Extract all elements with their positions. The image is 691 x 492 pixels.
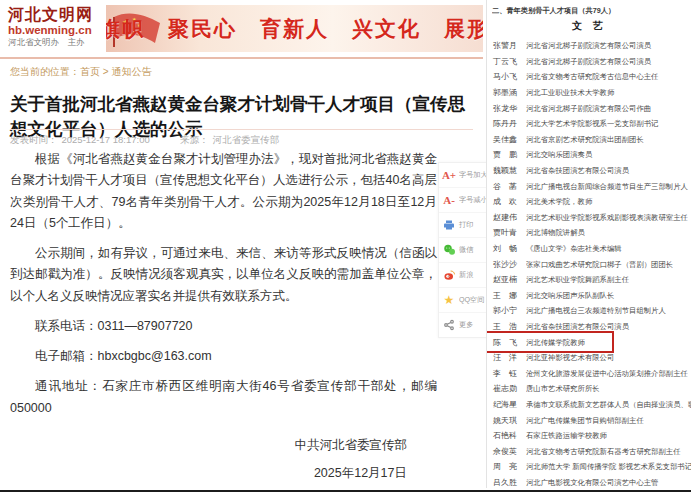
font-increase-button[interactable]: A+字号加大	[439, 163, 487, 188]
font-decrease-icon: A-	[442, 194, 456, 206]
list-item: 赵亚楠河北艺术职业学院舞蹈系副主任	[487, 272, 691, 288]
breadcrumb-home-link[interactable]: 首页	[80, 66, 100, 77]
person-org: 河北省河北梆子剧院演艺有限公司演员	[526, 41, 651, 51]
font-decrease-button[interactable]: A-字号减小	[439, 188, 487, 213]
list-item: 陈丹丹河北大学艺术学院影视系一党支部副书记	[487, 116, 691, 132]
banner-slogan-text: 举旗帜 聚民心 育新人 兴文化 展形象	[106, 15, 483, 43]
person-org: 河北工业职业技术大学教师	[526, 88, 614, 98]
breadcrumb-current-link[interactable]: 通知公告	[111, 66, 151, 77]
person-org: 张家口戏曲艺术研究院口梆子（晋剧）团团长	[526, 259, 673, 269]
person-org: 河北省杂技团演艺有限公司演员	[526, 165, 629, 175]
person-name: 马小飞	[493, 71, 526, 82]
list-item: 张警月河北省河北梆子剧院演艺有限公司演员	[487, 38, 691, 54]
person-name: 郭小宁	[493, 305, 526, 316]
roster-section-title: 二、青年类别骨干人才项目（共79人）	[492, 6, 672, 16]
list-item: 赵建伟河北艺术职业学院影视系戏剧影视表演教研室主任	[487, 210, 691, 226]
toolbar-item-label: 字号减小	[459, 195, 488, 205]
breadcrumb: 您当前的位置：首页 > 通知公告	[10, 65, 151, 79]
person-org: 石家庄铁路运输学校教师	[526, 431, 607, 441]
contact-email-line: 电子邮箱：hbxcbgbc@163.com	[10, 346, 437, 367]
person-name: 魏颖慧	[493, 165, 526, 176]
person-name: 李 钰	[493, 368, 526, 379]
weibo-button[interactable]: 新浪	[439, 263, 487, 288]
list-item: 丁云飞河北省河北梆子剧院演艺有限公司演员	[487, 54, 691, 70]
qzone-icon: ★	[442, 294, 456, 306]
list-item: 魏颖慧河北省杂技团演艺有限公司演员	[487, 163, 691, 179]
person-name: 佘俊英	[493, 446, 526, 457]
person-org: 河北博物院讲解员	[526, 228, 585, 238]
person-name: 王 浩	[493, 321, 526, 332]
list-item: 王 浩河北省杂技团演艺有限公司演员	[487, 319, 691, 335]
signature-date: 2025年12月17日	[10, 465, 437, 482]
print-button[interactable]: 打印	[439, 213, 487, 238]
person-org: 河北广电传媒集团节目购销部副主任	[526, 415, 644, 425]
person-name: 赵建伟	[493, 212, 526, 223]
breadcrumb-separator: >	[103, 66, 109, 77]
source-value: 河北省委宣传部	[213, 134, 280, 145]
person-org: 沧州文化旅游发展促进中心活动策划推介部副主任	[526, 368, 688, 378]
person-org: 河北美术学院，教师	[526, 197, 592, 207]
list-item: 贾 鹏河北交响乐团演奏员	[487, 147, 691, 163]
list-item: 周 亮河北师范大学 新闻传播学院 影视艺术系党支部书记	[487, 459, 691, 475]
person-name: 赵亚楠	[493, 274, 526, 285]
person-name: 汪 洋	[493, 352, 526, 363]
person-name: 郭墨涵	[493, 87, 526, 98]
person-org: 河北交响乐团演奏员	[526, 150, 592, 160]
publish-time-label: 发表时间：	[10, 134, 58, 145]
site-logo-subtitle: 河北省文明办 主办	[8, 38, 104, 47]
list-item: 马小飞河北省文物考古研究院考古信息中心主任	[487, 69, 691, 85]
list-item: 吕久胜河北广电影视文化有限公司演艺中心主管	[487, 475, 691, 488]
person-org: 《唐山文学》杂志社美术编辑	[526, 243, 622, 253]
toolbar-item-label: 更多	[459, 320, 473, 330]
body-paragraph: 公示期间，如有异议，可通过来电、来信、来访等形式反映情况（信函以到达邮戳为准）。…	[10, 243, 437, 307]
breadcrumb-label: 您当前的位置：	[10, 66, 80, 77]
person-name: 纪海星	[493, 399, 526, 410]
person-name: 崔志勋	[493, 383, 526, 394]
person-org: 河北亚神影视艺术有限公司	[526, 353, 614, 363]
site-logo-title: 河北文明网	[8, 6, 104, 24]
person-org: 河北大学艺术学院影视系一党支部副书记	[526, 119, 658, 129]
list-item: 郭墨涵河北工业职业技术大学教师	[487, 85, 691, 101]
person-org: 河北师范大学 新闻传播学院 影视艺术系党支部书记	[526, 462, 691, 472]
toolbar-item-label: 微信	[459, 245, 473, 255]
person-name: 丁云飞	[493, 56, 526, 67]
person-name: 姚天琪	[493, 415, 526, 426]
article-meta: 发表时间：2025-12-17 18:17:00 来源：河北省委宣传部	[10, 134, 283, 147]
title-divider	[10, 129, 473, 130]
toolbar-item-label: 字号加大	[459, 170, 488, 180]
page-root: { "colors": { "accent_red": "#d5281c", "…	[0, 0, 691, 492]
toolbar-item-label: 打印	[459, 220, 473, 230]
toolbar-item-label: QQ空间	[459, 295, 484, 305]
person-name: 贾叶青	[493, 227, 526, 238]
person-org: 河北省河北梆子剧院演艺有限公司作曲	[526, 103, 651, 113]
list-item: 姚天琪河北广电传媒集团节目购销部副主任	[487, 412, 691, 428]
person-name: 陈 飞	[493, 337, 526, 348]
print-icon	[442, 219, 456, 231]
person-name: 贾 鹏	[493, 149, 526, 160]
share-more-button[interactable]: 更多	[439, 313, 487, 337]
wechat-button[interactable]: 微信	[439, 238, 487, 263]
site-logo[interactable]: 河北文明网 hb.wenming.cn 河北省文明办 主办	[8, 6, 104, 48]
share-toolbar: A+字号加大A-字号减小打印微信新浪★QQ空间更多	[438, 162, 488, 338]
person-name: 吕久胜	[493, 477, 526, 488]
person-name: 张警月	[493, 40, 526, 51]
list-item: 崔志勋唐山市艺术研究所所长	[487, 381, 691, 397]
list-item: 谷 菡河北广播电视台新闻综合频道节目生产三部制片人	[487, 178, 691, 194]
person-name: 石艳科	[493, 430, 526, 441]
person-name: 王 娜	[493, 290, 526, 301]
person-org: 河北省文物考古研究院新石器考古研究部副主任	[526, 446, 681, 456]
person-org: 河北艺术职业学院影视系戏剧影视表演教研室主任	[526, 212, 688, 222]
person-org: 河北省京剧艺术研究院演出团副团长	[526, 134, 644, 144]
list-item: 贾叶青河北博物院讲解员	[487, 225, 691, 241]
signature: 中共河北省委宣传部	[10, 437, 437, 454]
toolbar-item-label: 新浪	[459, 270, 473, 280]
contact-address-line: 通讯地址：石家庄市桥西区维明南大街46号省委宣传部干部处，邮编050000	[10, 376, 437, 419]
roster-sidebar: 二、青年类别骨干人才项目（共79人） 文 艺 张警月河北省河北梆子剧院演艺有限公…	[486, 0, 691, 488]
qzone-button[interactable]: ★QQ空间	[439, 288, 487, 313]
list-item: 张龙华河北省河北梆子剧院演艺有限公司作曲	[487, 100, 691, 116]
person-org: 唐山市艺术研究所所长	[526, 384, 600, 394]
body-paragraph: 根据《河北省燕赵黄金台聚才计划管理办法》，现对首批河北省燕赵黄金台聚才计划骨干人…	[10, 149, 437, 234]
source-label: 来源：	[180, 134, 209, 145]
list-item: 王 娜河北交响乐团声乐队副队长	[487, 288, 691, 304]
site-logo-domain: hb.wenming.cn	[8, 24, 104, 37]
